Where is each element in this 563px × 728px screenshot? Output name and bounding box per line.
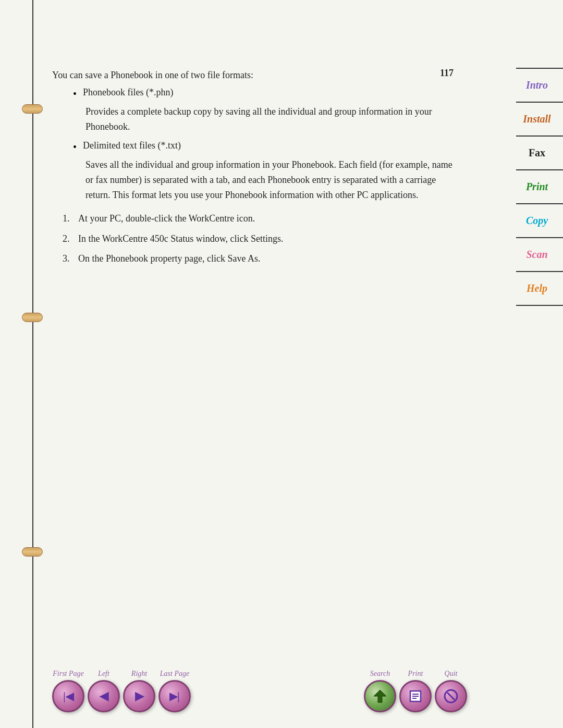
bullet-desc-2: Saves all the individual and group infor… xyxy=(85,157,459,202)
bullet-title-2: Delimited text files (*.txt) xyxy=(83,140,181,151)
binder-hole-middle xyxy=(22,313,43,322)
nav-label-quit: Quit xyxy=(445,670,458,678)
nav-last-page-group: Last Page ▶| xyxy=(158,670,191,712)
step-num-3: 3. xyxy=(63,251,78,266)
print-icon xyxy=(407,688,424,705)
sidebar-tab-install[interactable]: Install xyxy=(511,103,563,135)
bullet-item-2: • Delimited text files (*.txt) xyxy=(73,140,459,153)
bullet-dot-2: • xyxy=(73,141,77,153)
bullet-dot-1: • xyxy=(73,88,77,100)
intro-text: You can save a Phonebook in one of two f… xyxy=(52,68,459,83)
step-3: 3. On the Phonebook property page, click… xyxy=(63,251,459,266)
step-num-2: 2. xyxy=(63,231,78,246)
nav-right-group: Right ▶ xyxy=(123,670,155,712)
right-sidebar: Intro Install Fax Print xyxy=(495,0,563,728)
step-2: 2. In the WorkCentre 450c Status window,… xyxy=(63,231,459,246)
nav-print-group: Print xyxy=(399,670,432,712)
sidebar-tabs: Intro Install Fax Print xyxy=(511,68,563,306)
nav-label-right: Right xyxy=(131,670,147,678)
sidebar-tab-copy[interactable]: Copy xyxy=(511,204,563,237)
left-icon: ◀ xyxy=(100,689,108,703)
quit-button[interactable] xyxy=(435,680,467,712)
nav-label-print: Print xyxy=(408,670,423,678)
nav-label-last-page: Last Page xyxy=(160,670,189,678)
left-button[interactable]: ◀ xyxy=(88,680,120,712)
search-icon xyxy=(372,688,388,705)
numbered-steps: 1. At your PC, double-click the WorkCent… xyxy=(63,211,459,266)
last-page-icon: ▶| xyxy=(169,690,179,702)
bottom-navigation: First Page |◀ Left ◀ Right ▶ Last Page ▶… xyxy=(52,670,469,712)
step-1: 1. At your PC, double-click the WorkCent… xyxy=(63,211,459,226)
last-page-button[interactable]: ▶| xyxy=(158,680,191,712)
nav-label-left: Left xyxy=(98,670,109,678)
nav-first-page-group: First Page |◀ xyxy=(52,670,84,712)
bullets-section: • Phonebook files (*.phn) Provides a com… xyxy=(73,87,459,203)
svg-marker-0 xyxy=(374,690,386,702)
step-text-3: On the Phonebook property page, click Sa… xyxy=(78,251,260,266)
step-text-1: At your PC, double-click the WorkCentre … xyxy=(78,211,255,226)
nav-left-group: Left ◀ xyxy=(88,670,120,712)
quit-icon xyxy=(443,688,459,705)
right-button[interactable]: ▶ xyxy=(123,680,155,712)
sidebar-tab-intro[interactable]: Intro xyxy=(511,69,563,102)
sidebar-tab-print[interactable]: Print xyxy=(511,170,563,203)
nav-quit-group: Quit xyxy=(435,670,467,712)
bullet-desc-1: Provides a complete backup copy by savin… xyxy=(85,104,459,134)
print-button[interactable] xyxy=(399,680,432,712)
first-page-button[interactable]: |◀ xyxy=(52,680,84,712)
right-icon: ▶ xyxy=(135,689,144,703)
binder-hole-top xyxy=(22,104,43,114)
sidebar-tab-scan[interactable]: Scan xyxy=(511,238,563,271)
binder-holes xyxy=(31,0,33,728)
step-num-1: 1. xyxy=(63,211,78,226)
first-page-icon: |◀ xyxy=(63,690,73,702)
sidebar-tab-fax[interactable]: Fax xyxy=(511,137,563,169)
bullet-title-1: Phonebook files (*.phn) xyxy=(83,87,173,98)
sidebar-tab-help[interactable]: Help xyxy=(511,272,563,305)
search-button[interactable] xyxy=(364,680,396,712)
svg-line-6 xyxy=(447,693,455,700)
nav-label-search: Search xyxy=(370,670,390,678)
step-text-2: In the WorkCentre 450c Status window, cl… xyxy=(78,231,284,246)
main-content: You can save a Phonebook in one of two f… xyxy=(52,68,459,598)
tab-line-help-bottom xyxy=(516,305,563,306)
nav-search-group: Search xyxy=(364,670,396,712)
nav-label-first-page: First Page xyxy=(53,670,84,678)
binder-hole-bottom xyxy=(22,547,43,557)
bullet-item-1: • Phonebook files (*.phn) xyxy=(73,87,459,100)
